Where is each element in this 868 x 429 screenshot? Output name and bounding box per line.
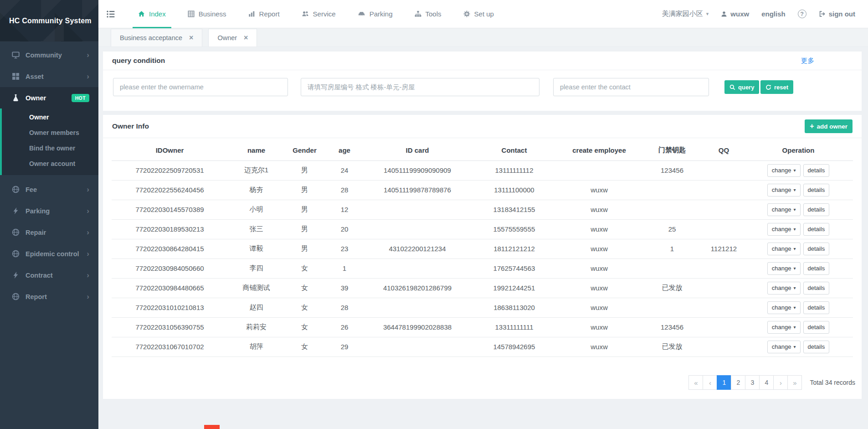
add-owner-label: add owner [817,123,847,130]
reset-button-label: reset [774,84,788,91]
caret-down-icon: ▾ [794,168,796,173]
change-button[interactable]: change▾ [767,341,801,353]
sidebar-item-report[interactable]: Report › [0,286,98,307]
top-navbar: Index Business Report Service Parking To… [98,0,868,28]
nav-item-index[interactable]: Index [133,0,171,28]
table-row: 772022030145570389 小明 男 12 13183412155 w… [112,200,853,219]
sidebar-item-asset[interactable]: Asset › [0,66,98,87]
username: wuxw [730,10,749,18]
cell-name: 赵四 [228,298,285,317]
change-button[interactable]: change▾ [767,223,801,236]
cell-create-employee: wuxw [558,298,640,317]
nav-item-label: Set up [474,10,494,18]
details-button[interactable]: details [803,223,830,236]
page-next-button[interactable]: › [773,375,788,390]
user-icon [721,11,727,17]
sidebar-item-epidemic-control[interactable]: Epidemic control › [0,243,98,264]
cell-create-employee: wuxw [558,278,640,298]
close-icon[interactable]: × [189,34,193,41]
bolt-icon [12,271,20,279]
open-tabs-bar: Business acceptance × Owner × [98,28,868,47]
details-button[interactable]: details [803,282,830,295]
nav-item-report[interactable]: Report [243,0,285,28]
cell-access-key [640,258,704,278]
page-number-2[interactable]: 2 [731,375,745,390]
caret-down-icon: ▾ [794,227,796,232]
tab-business-acceptance[interactable]: Business acceptance × [111,29,202,47]
cell-gender: 男 [285,219,324,239]
ownername-input[interactable] [113,78,288,96]
community-dropdown[interactable]: 美满家园小区 ▾ [662,10,709,18]
cell-name: 杨夯 [228,180,285,200]
nav-item-business[interactable]: Business [182,0,232,28]
nav-item-service[interactable]: Service [296,0,341,28]
change-button[interactable]: change▾ [767,321,801,334]
change-button[interactable]: change▾ [767,243,801,255]
sidebar-item-parking[interactable]: Parking › [0,200,98,222]
change-button[interactable]: change▾ [767,262,801,275]
sidebar-item-repair[interactable]: Repair › [0,222,98,243]
page-first-button[interactable]: « [688,375,703,390]
cell-idcard [365,337,470,357]
cell-contact: 18638113020 [470,298,558,317]
sidebar-toggle-button[interactable] [106,10,115,18]
caret-down-icon: ▾ [794,344,796,349]
page-last-button[interactable]: » [787,375,802,390]
nav-item-parking[interactable]: Parking [352,0,398,28]
bolt-icon [12,207,20,215]
change-button[interactable]: change▾ [767,164,801,177]
room-number-input[interactable] [301,78,539,96]
sidebar-subitem-owner[interactable]: Owner [2,109,98,125]
sign-out-button[interactable]: sign out [819,10,855,18]
cell-access-key: 25 [640,219,704,239]
sign-out-icon [819,10,826,17]
gear-icon [463,10,470,17]
sidebar-subitem-bind-the-owner[interactable]: Bind the owner [2,140,98,156]
bar-chart-icon [248,10,255,17]
sidebar-subitem-owner-account[interactable]: Owner account [2,156,98,171]
change-button[interactable]: change▾ [767,203,801,216]
cell-contact: 13311111111 [470,317,558,337]
query-button[interactable]: query [724,80,759,94]
tab-label: Business acceptance [120,34,182,41]
table-row: 772022031010210813 赵四 女 28 18638113020 w… [112,298,853,317]
table-icon [188,10,195,17]
sidebar-item-fee[interactable]: Fee › [0,179,98,200]
language-switch[interactable]: english [761,10,786,18]
details-button[interactable]: details [803,164,830,177]
details-button[interactable]: details [803,203,830,216]
sidebar-item-contract[interactable]: Contract › [0,264,98,286]
cell-idcard: 431022200121234 [365,239,470,258]
cell-access-key: 1 [640,239,704,258]
add-owner-button[interactable]: + add owner [805,119,853,133]
cell-qq [704,317,744,337]
sidebar-item-owner[interactable]: Owner HOT [0,87,98,109]
more-link[interactable]: 更多 [801,57,814,65]
details-button[interactable]: details [803,301,830,314]
contact-input[interactable] [553,78,709,96]
nav-item-set-up[interactable]: Set up [458,0,499,28]
reset-button[interactable]: reset [760,80,793,94]
user-menu[interactable]: wuxw [721,10,749,18]
cell-contact: 13111100000 [470,180,558,200]
page-number-4[interactable]: 4 [759,375,774,390]
page-prev-button[interactable]: ‹ [703,375,717,390]
details-button[interactable]: details [803,341,830,353]
tab-owner[interactable]: Owner × [208,29,257,47]
nav-item-tools[interactable]: Tools [409,0,447,28]
change-button[interactable]: change▾ [767,184,801,196]
sidebar-item-community[interactable]: Community › [0,44,98,66]
close-icon[interactable]: × [244,34,248,41]
change-button[interactable]: change▾ [767,282,801,295]
sidebar-subitem-owner-members[interactable]: Owner members [2,125,98,140]
search-icon [729,84,735,90]
details-button[interactable]: details [803,243,830,255]
details-button[interactable]: details [803,262,830,275]
cell-idcard [365,219,470,239]
help-icon[interactable]: ? [798,10,806,18]
change-button[interactable]: change▾ [767,301,801,314]
page-number-3[interactable]: 3 [745,375,760,390]
page-number-1[interactable]: 1 [717,375,731,390]
details-button[interactable]: details [803,184,830,196]
details-button[interactable]: details [803,321,830,334]
